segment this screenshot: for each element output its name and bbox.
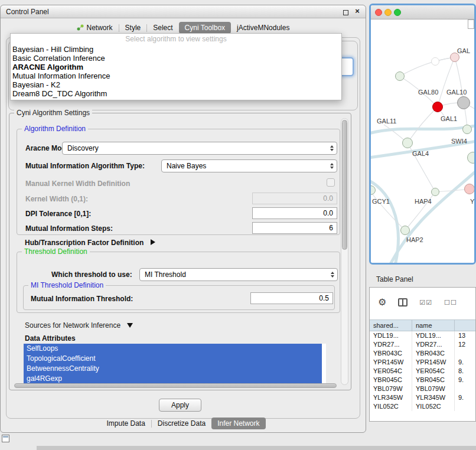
network-node[interactable]	[431, 57, 439, 66]
list-item-gal4rgexp[interactable]: gal4RGexp	[24, 374, 322, 384]
cell-name[interactable]: YPR145W	[412, 358, 455, 367]
column-header-name[interactable]: name	[412, 320, 455, 331]
network-node-gal4[interactable]	[402, 138, 413, 148]
cell-extra[interactable]: 8.	[455, 367, 475, 376]
cell-extra[interactable]	[455, 402, 475, 411]
minimized-panel-icon[interactable]	[2, 435, 9, 442]
sources-section-toggle[interactable]: Sources for Network Inference	[25, 321, 133, 330]
table-row[interactable]: YIL052C YIL052C	[370, 402, 475, 411]
cell-name[interactable]: YDL19...	[412, 331, 455, 340]
tab-label: Infer Network	[217, 419, 259, 428]
control-panel-tabs: Network Style Select Cyni Toolbox jActiv…	[1, 22, 366, 34]
table-row[interactable]: YPR145W YPR145W 9.	[370, 358, 475, 367]
hub-section-toggle[interactable]: Hub/Transcription Factor Definition	[25, 239, 155, 247]
network-node[interactable]	[464, 184, 474, 194]
select-all-icon[interactable]: ☑☑	[419, 299, 432, 306]
cell-extra[interactable]	[455, 384, 475, 393]
table-row[interactable]: YBR043C YBR043C	[370, 349, 475, 358]
table-row[interactable]: YLR345W YLR345W 9.	[370, 393, 475, 402]
cell-shared-name[interactable]: YDL19...	[370, 331, 412, 340]
menu-item-aracne[interactable]: ARACNE Algorithm	[11, 63, 341, 71]
cell-name[interactable]: YIL052C	[412, 402, 455, 411]
network-window-titlebar[interactable]	[371, 5, 474, 19]
cell-extra[interactable]	[455, 349, 475, 358]
table-row[interactable]: YER054C YER054C 8.	[370, 367, 475, 376]
column-header-shared-name[interactable]: shared...	[370, 320, 412, 331]
network-node[interactable]	[431, 188, 439, 196]
cell-shared-name[interactable]: YBR045C	[370, 376, 412, 384]
tab-cyni-toolbox[interactable]: Cyni Toolbox	[179, 22, 231, 34]
tab-select[interactable]: Select	[147, 22, 178, 34]
columns-icon[interactable]	[398, 298, 407, 306]
close-icon[interactable]: ×	[353, 6, 362, 15]
network-tab-icon	[77, 24, 84, 31]
scrollbar-thumb[interactable]	[342, 120, 347, 250]
cell-shared-name[interactable]: YDR27...	[370, 340, 412, 349]
tab-network[interactable]: Network	[71, 22, 119, 34]
menu-item-dream8[interactable]: Dream8 DC_TDC Algorithm	[11, 89, 341, 98]
aracne-mode-select[interactable]: Discovery	[62, 142, 337, 155]
which-threshold-label: Which threshold to use:	[51, 270, 132, 279]
cell-extra[interactable]: 9.	[455, 358, 475, 367]
minimize-traffic-light-icon[interactable]	[384, 9, 392, 16]
cell-name[interactable]: YDR27...	[412, 340, 455, 349]
cell-name[interactable]: YBR043C	[412, 349, 455, 358]
cell-extra[interactable]: 13	[455, 331, 475, 340]
mi-steps-field[interactable]: 6	[252, 222, 337, 234]
menu-item-basic-correlation[interactable]: Basic Correlation Inference	[11, 54, 341, 63]
tab-jactivemnodules[interactable]: jActiveMNodules	[231, 22, 295, 34]
cell-shared-name[interactable]: YPR145W	[370, 358, 412, 367]
menu-item-mutual-information[interactable]: Mutual Information Inference	[11, 71, 341, 80]
dropdown-placeholder: Select algorithm to view settings	[11, 34, 341, 45]
horizontal-scrollbar[interactable]	[14, 383, 337, 388]
mi-type-select[interactable]: Naive Bayes	[161, 159, 337, 172]
table-row[interactable]: YDL19... YDL19... 13	[370, 331, 475, 340]
tab-impute-data[interactable]: Impute Data	[100, 418, 151, 429]
cell-shared-name[interactable]: YBR043C	[370, 349, 412, 358]
collapse-arrow-icon[interactable]	[127, 323, 133, 328]
cell-shared-name[interactable]: YLR345W	[370, 393, 412, 402]
close-traffic-light-icon[interactable]	[375, 9, 382, 16]
list-item-topologicalcoefficient[interactable]: TopologicalCoefficient	[24, 354, 322, 364]
list-item-selfloops[interactable]: SelfLoops	[24, 344, 322, 354]
network-node[interactable]	[395, 71, 405, 81]
zoom-traffic-light-icon[interactable]	[394, 9, 401, 16]
network-node[interactable]	[400, 226, 410, 235]
control-panel-titlebar[interactable]: Control Panel ×	[1, 5, 366, 18]
tab-label: Impute Data	[106, 419, 145, 428]
cell-shared-name[interactable]: YIL052C	[370, 402, 412, 411]
apply-button[interactable]: Apply	[159, 399, 201, 412]
which-threshold-select[interactable]: MI Threshold	[139, 268, 338, 281]
network-node[interactable]	[457, 96, 470, 109]
table-row[interactable]: YDR27... YDR27... 12	[370, 340, 475, 349]
cell-name[interactable]: YBL079W	[412, 384, 455, 393]
cell-extra[interactable]: 12	[455, 340, 475, 349]
list-item-betweennesscentrality[interactable]: BetweennessCentrality	[24, 364, 322, 374]
cell-name[interactable]: YLR345W	[412, 393, 455, 402]
network-node[interactable]	[462, 125, 472, 134]
dpi-tolerance-field[interactable]: 0.0	[252, 207, 337, 219]
expand-arrow-icon[interactable]	[151, 239, 155, 245]
float-window-icon[interactable]	[341, 8, 350, 17]
cell-extra[interactable]: 9.	[455, 393, 475, 402]
cell-name[interactable]: YER054C	[412, 367, 455, 376]
deselect-all-icon[interactable]: ☐☐	[444, 299, 457, 306]
tab-infer-network[interactable]: Infer Network	[211, 418, 265, 429]
cell-shared-name[interactable]: YER054C	[370, 367, 412, 376]
mi-threshold-field[interactable]: 0.5	[250, 292, 333, 304]
tab-discretize-data[interactable]: Discretize Data	[152, 418, 211, 429]
cell-extra[interactable]: 9.	[455, 376, 475, 384]
vertical-scrollbar[interactable]	[341, 118, 348, 385]
table-row[interactable]: YBR045C YBR045C 9.	[370, 376, 475, 384]
table-panel-window: ⚙ ☑☑ ☐☐ shared... name YDL19... YDL19...…	[369, 287, 476, 422]
network-node-gal10[interactable]	[432, 102, 443, 112]
gear-icon[interactable]: ⚙	[378, 297, 386, 308]
menu-item-bayesian-k2[interactable]: Bayesian - K2	[11, 80, 341, 89]
cell-shared-name[interactable]: YBL079W	[370, 384, 412, 393]
tab-style[interactable]: Style	[119, 22, 147, 34]
column-header-extra[interactable]	[455, 320, 475, 331]
network-canvas[interactable]: GAL GAL80 GAL10 GAL11 GAL1 SWI4 GAL4 GCY…	[371, 19, 474, 263]
menu-item-bayesian-hill-climbing[interactable]: Bayesian - Hill Climbing	[11, 45, 341, 54]
table-row[interactable]: YBL079W YBL079W	[370, 384, 475, 393]
cell-name[interactable]: YBR045C	[412, 376, 455, 384]
